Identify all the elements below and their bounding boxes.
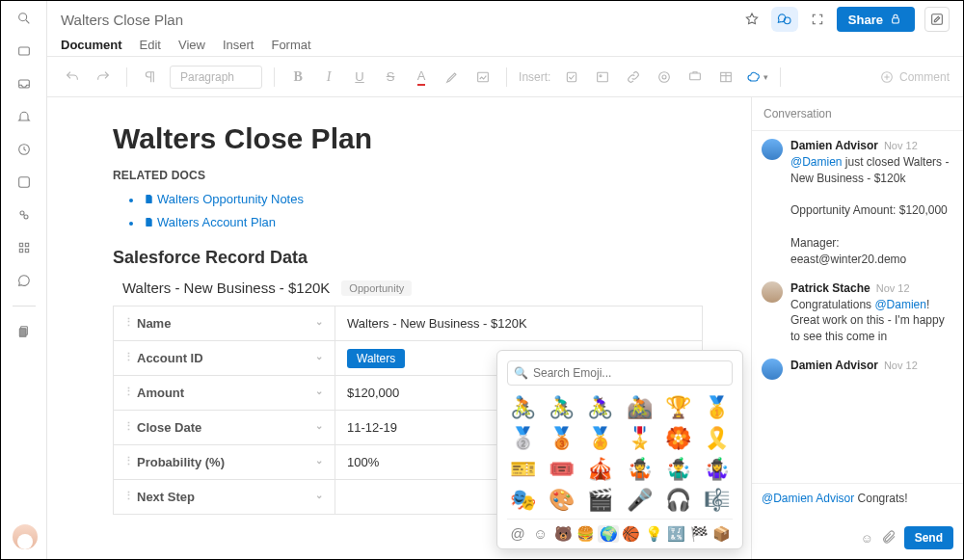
- emoji-option[interactable]: 🎪: [587, 459, 614, 480]
- share-button[interactable]: Share: [837, 7, 915, 32]
- conversation-panel: Conversation Damien AdvisorNov 12 @Damie…: [751, 97, 963, 559]
- record-title: Walters - New Business - $120K: [122, 280, 330, 296]
- emoji-option[interactable]: 🥉: [548, 428, 575, 449]
- emoji-option[interactable]: 🤹‍♂️: [664, 459, 691, 480]
- bell-icon[interactable]: [14, 107, 34, 126]
- emoji-option[interactable]: 🏵️: [664, 428, 691, 449]
- send-button[interactable]: Send: [904, 526, 953, 549]
- docs-stack-icon[interactable]: [14, 322, 34, 341]
- insert-slide-button[interactable]: [683, 66, 707, 89]
- inbox-icon[interactable]: [14, 41, 34, 61]
- comment-button[interactable]: Comment: [879, 69, 950, 85]
- emoji-option[interactable]: 🎗️: [704, 428, 731, 449]
- message-author: Damien Advisor: [790, 139, 878, 152]
- emoji-option[interactable]: 🎬: [587, 490, 614, 511]
- related-doc-link[interactable]: Walters Opportunity Notes: [144, 192, 304, 206]
- avatar: [762, 359, 783, 380]
- highlight-button[interactable]: [441, 66, 464, 89]
- insert-image-button[interactable]: [591, 66, 614, 89]
- toolbar: Paragraph B I U S A Insert: ▾ Comment: [47, 57, 963, 97]
- emoji-category-tab[interactable]: @: [507, 525, 528, 543]
- message-author: Damien Advisor: [790, 359, 878, 372]
- chat-icon[interactable]: [14, 271, 34, 290]
- paragraph-style-select[interactable]: Paragraph: [170, 66, 262, 89]
- emoji-category-tab[interactable]: 📦: [711, 525, 733, 543]
- emoji-option[interactable]: 🎼: [704, 490, 731, 511]
- emoji-option[interactable]: 🤹‍♀️: [704, 459, 731, 480]
- table-key-cell: Account ID⌄: [114, 341, 335, 376]
- emoji-option[interactable]: 🎟️: [548, 459, 575, 480]
- emoji-category-tab[interactable]: 🏁: [688, 525, 710, 543]
- insert-link-button[interactable]: [622, 66, 645, 89]
- emoji-category-tab[interactable]: 💡: [643, 525, 664, 543]
- emoji-option[interactable]: 🚴‍♂️: [548, 397, 575, 418]
- emoji-category-tab[interactable]: 🌍: [598, 525, 619, 543]
- redo-button[interactable]: [92, 66, 115, 89]
- emoji-picker: 🔍 🚴🚴‍♂️🚴‍♀️🚵🏆🥇🥈🥉🏅🎖️🏵️🎗️🎫🎟️🎪🤹🤹‍♂️🤹‍♀️🎭🎨🎬🎤…: [496, 350, 743, 549]
- insert-table-button[interactable]: [714, 66, 737, 89]
- undo-button[interactable]: [61, 66, 84, 89]
- compose-icon[interactable]: [924, 7, 950, 32]
- expand-icon[interactable]: [808, 10, 827, 29]
- clock-icon[interactable]: [14, 140, 34, 159]
- emoji-search-input[interactable]: [507, 360, 733, 386]
- star-icon[interactable]: [742, 10, 762, 29]
- apps-icon[interactable]: [14, 238, 34, 257]
- insert-mention-button[interactable]: [653, 66, 676, 89]
- related-doc-link[interactable]: Walters Account Plan: [144, 215, 276, 229]
- emoji-option[interactable]: 🎨: [548, 490, 575, 511]
- emoji-option[interactable]: 🎤: [626, 490, 653, 511]
- emoji-category-tabs: @☺🐻🍔🌍🏀💡🔣🏁📦: [507, 519, 733, 543]
- emoji-icon[interactable]: ☺: [860, 531, 872, 546]
- account-pill[interactable]: Walters: [347, 349, 405, 368]
- conversation-messages: Damien AdvisorNov 12 @Damien just closed…: [752, 131, 963, 483]
- emoji-category-tab[interactable]: 🍔: [576, 525, 597, 543]
- emoji-option[interactable]: 🎭: [509, 490, 536, 511]
- table-value-cell[interactable]: Walters - New Business - $120K: [335, 307, 703, 341]
- insert-checkbox-button[interactable]: [560, 66, 583, 89]
- compose-input[interactable]: @Damien Advisor Congrats!: [762, 492, 953, 520]
- text-color-button[interactable]: A: [410, 66, 433, 89]
- emoji-option[interactable]: 🚴‍♀️: [587, 397, 614, 418]
- attachment-icon[interactable]: [881, 529, 897, 547]
- emoji-option[interactable]: 🥇: [704, 397, 731, 418]
- svg-line-1: [26, 20, 29, 23]
- svg-point-0: [18, 13, 26, 21]
- menu-view[interactable]: View: [178, 38, 205, 52]
- user-avatar[interactable]: [13, 524, 38, 549]
- emoji-category-tab[interactable]: 🐻: [552, 525, 574, 543]
- emoji-option[interactable]: 🚵: [626, 397, 653, 418]
- conversation-toggle-icon[interactable]: [771, 7, 798, 32]
- paragraph-icon[interactable]: [139, 66, 162, 89]
- strike-button[interactable]: S: [379, 66, 402, 89]
- italic-button[interactable]: I: [317, 66, 340, 89]
- image-button[interactable]: [471, 66, 495, 89]
- conversation-message: Patrick StacheNov 12 Congratulations @Da…: [762, 281, 953, 345]
- bold-button[interactable]: B: [286, 66, 309, 89]
- svg-rect-9: [25, 243, 28, 246]
- emoji-option[interactable]: 🏆: [664, 397, 691, 418]
- task-icon[interactable]: [14, 173, 34, 192]
- menu-document[interactable]: Document: [61, 38, 122, 52]
- emoji-option[interactable]: 🚴: [509, 397, 536, 418]
- emoji-option[interactable]: 🎫: [509, 459, 536, 480]
- emoji-option[interactable]: 🎧: [664, 490, 691, 511]
- menu-insert[interactable]: Insert: [223, 38, 254, 52]
- emoji-category-tab[interactable]: 🏀: [621, 525, 642, 543]
- emoji-option[interactable]: 🤹: [626, 459, 653, 480]
- salesforce-cloud-button[interactable]: ▾: [745, 66, 768, 89]
- menu-format[interactable]: Format: [271, 38, 310, 52]
- emoji-option[interactable]: 🎖️: [626, 428, 653, 449]
- conversation-header: Conversation: [752, 97, 963, 131]
- record-badge: Opportunity: [341, 280, 412, 296]
- svg-point-22: [662, 75, 666, 79]
- search-icon[interactable]: [14, 9, 34, 28]
- emoji-option[interactable]: 🏅: [587, 428, 614, 449]
- menu-edit[interactable]: Edit: [140, 38, 161, 52]
- emoji-category-tab[interactable]: ☺: [530, 525, 551, 543]
- emoji-category-tab[interactable]: 🔣: [666, 525, 687, 543]
- emoji-option[interactable]: 🥈: [509, 428, 536, 449]
- link-icon[interactable]: [14, 205, 34, 225]
- file-tray-icon[interactable]: [14, 74, 34, 93]
- underline-button[interactable]: U: [348, 66, 371, 89]
